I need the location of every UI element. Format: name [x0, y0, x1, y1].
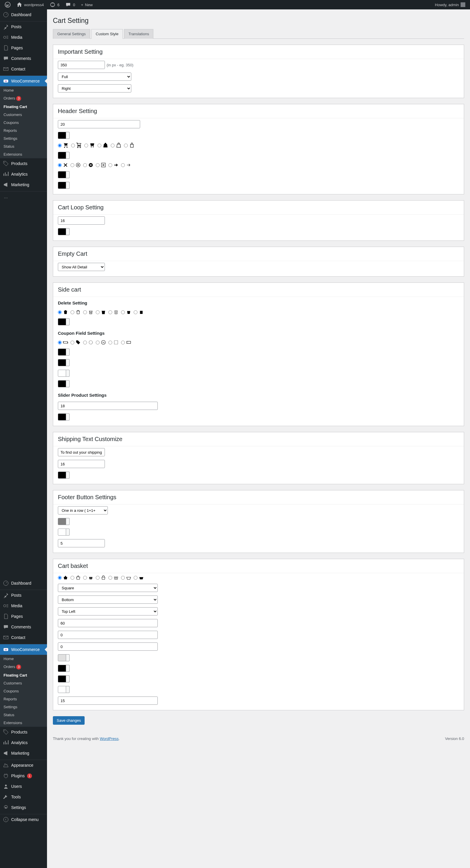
side-cart-height-select[interactable]: Full: [58, 72, 131, 81]
basket-count-pos-select[interactable]: Top Left: [58, 607, 158, 616]
product-title-size-input[interactable]: [58, 216, 105, 225]
coupon-icon-opt-6[interactable]: [121, 340, 131, 345]
menu-media[interactable]: Media: [0, 32, 47, 42]
delete-icon-opt-2[interactable]: [70, 310, 81, 315]
menu-analytics-2[interactable]: Analytics: [0, 737, 47, 748]
delete-icon-opt-5[interactable]: [108, 310, 119, 315]
cart-icon-color-picker[interactable]: [58, 152, 69, 159]
footer-btn-margin-input[interactable]: [58, 539, 105, 547]
submenu-reports[interactable]: Reports: [0, 127, 47, 134]
wp-logo[interactable]: [2, 0, 13, 9]
menu-woocommerce-2[interactable]: WWooCommerce: [0, 644, 47, 655]
cart-icon-opt-6[interactable]: [124, 143, 135, 148]
cart-icon-opt-2[interactable]: [71, 143, 82, 148]
menu-pages-2[interactable]: Pages: [0, 611, 47, 622]
header-font-color-picker[interactable]: [58, 132, 69, 139]
apply-text-color-picker[interactable]: [58, 370, 69, 377]
basket-icon-opt-4[interactable]: [96, 575, 106, 580]
coupon-icon-opt-1[interactable]: [58, 340, 68, 345]
submenu-customers[interactable]: Customers: [0, 111, 47, 119]
basket-offset-x-input[interactable]: [58, 643, 158, 651]
product-title-color-picker[interactable]: [58, 228, 69, 235]
menu-dashboard-2[interactable]: Dashboard: [0, 578, 47, 588]
shipping-size-input[interactable]: [58, 460, 105, 468]
coupon-font-color-picker[interactable]: [58, 359, 69, 366]
menu-comments-2[interactable]: Comments: [0, 622, 47, 632]
open-from-select[interactable]: Right: [58, 84, 131, 93]
button-row-select[interactable]: One in a row ( 1+1+1 ): [58, 506, 108, 515]
submenu-settings[interactable]: Settings: [0, 703, 47, 711]
count-text-size-input[interactable]: [58, 696, 158, 705]
cart-icon-opt-1[interactable]: [58, 143, 69, 148]
basket-icon-opt-6[interactable]: [121, 575, 131, 580]
tab-general[interactable]: General Settings: [53, 29, 90, 39]
delete-icon-opt-3[interactable]: [83, 310, 93, 315]
close-icon-opt-1[interactable]: [58, 162, 68, 168]
submenu-floating-cart[interactable]: Floating Cart: [0, 103, 47, 111]
tab-custom-style[interactable]: Custom Style: [91, 29, 123, 39]
submenu-coupons[interactable]: Coupons: [0, 687, 47, 695]
wordpress-link[interactable]: WordPress: [100, 737, 119, 741]
menu-products-2[interactable]: Products: [0, 727, 47, 737]
side-cart-width-input[interactable]: [58, 61, 105, 69]
tab-translations[interactable]: Translations: [124, 29, 153, 39]
empty-cart-select[interactable]: Show All Detail: [58, 263, 105, 271]
cart-icon-opt-4[interactable]: [97, 143, 108, 148]
account-link[interactable]: Howdy, admin: [433, 0, 468, 9]
basket-color-picker[interactable]: [58, 665, 69, 672]
coupon-icon-color-picker[interactable]: [58, 348, 69, 355]
close-icon-opt-5[interactable]: [108, 162, 119, 168]
menu-comments[interactable]: Comments: [0, 53, 47, 64]
delete-icon-opt-4[interactable]: [96, 310, 106, 315]
submenu-floating-cart[interactable]: Floating Cart: [0, 671, 47, 679]
delete-icon-opt-6[interactable]: [121, 310, 131, 315]
menu-contact[interactable]: Contact: [0, 64, 47, 74]
submenu-extensions[interactable]: Extensions: [0, 150, 47, 158]
basket-bg-color-picker[interactable]: [58, 654, 69, 661]
shipping-text-input[interactable]: [58, 448, 105, 456]
menu-woocommerce[interactable]: WWooCommerce: [0, 76, 47, 86]
close-icon-opt-2[interactable]: [70, 162, 81, 168]
delete-icon-opt-7[interactable]: [134, 310, 144, 315]
cart-icon-opt-3[interactable]: [84, 143, 95, 148]
site-link[interactable]: wordpress4: [14, 0, 46, 9]
basket-icon-size-input[interactable]: [58, 619, 158, 627]
cart-icon-opt-5[interactable]: [111, 143, 122, 148]
submenu-orders[interactable]: Orders 3: [0, 94, 47, 103]
delete-color-picker[interactable]: [58, 318, 69, 326]
submenu-customers[interactable]: Customers: [0, 679, 47, 687]
basket-icon-opt-2[interactable]: [70, 575, 81, 580]
coupon-icon-opt-4[interactable]: %: [96, 340, 106, 345]
menu-pages[interactable]: Pages: [0, 42, 47, 53]
footer-btn-text-color-picker[interactable]: [58, 529, 69, 536]
count-text-color-picker[interactable]: [58, 686, 69, 693]
coupon-icon-opt-3[interactable]: [83, 340, 93, 345]
submenu-home[interactable]: Home: [0, 86, 47, 94]
shipping-color-picker[interactable]: [58, 472, 69, 478]
menu-posts[interactable]: Posts: [0, 22, 47, 32]
product-font-color-picker[interactable]: [58, 413, 69, 421]
close-icon-opt-4[interactable]: [96, 162, 106, 168]
comments-link[interactable]: 0: [63, 0, 77, 9]
submenu-status[interactable]: Status: [0, 711, 47, 719]
submenu-status[interactable]: Status: [0, 143, 47, 150]
coupon-icon-opt-5[interactable]: [108, 340, 119, 345]
menu-posts-2[interactable]: Posts: [0, 590, 47, 600]
updates-link[interactable]: 6: [47, 0, 62, 9]
close-icon-opt-6[interactable]: [121, 162, 131, 168]
count-bg-color-picker[interactable]: [58, 675, 69, 682]
freeship-color-picker[interactable]: [58, 182, 69, 189]
coupon-icon-opt-2[interactable]: [70, 340, 81, 345]
menu-products[interactable]: Products: [0, 158, 47, 169]
close-icon-color-picker[interactable]: [58, 171, 69, 178]
submenu-home[interactable]: Home: [0, 655, 47, 663]
basket-icon-opt-1[interactable]: [58, 575, 68, 580]
footer-btn-color-picker[interactable]: [58, 518, 69, 525]
save-button[interactable]: Save changes: [53, 716, 85, 725]
basket-icon-opt-3[interactable]: [83, 575, 93, 580]
menu-marketing[interactable]: Marketing: [0, 179, 47, 190]
submenu-coupons[interactable]: Coupons: [0, 119, 47, 127]
delete-icon-opt-1[interactable]: [58, 310, 68, 315]
menu-contact-2[interactable]: Contact: [0, 632, 47, 643]
basket-position-select[interactable]: Bottom: [58, 595, 158, 604]
